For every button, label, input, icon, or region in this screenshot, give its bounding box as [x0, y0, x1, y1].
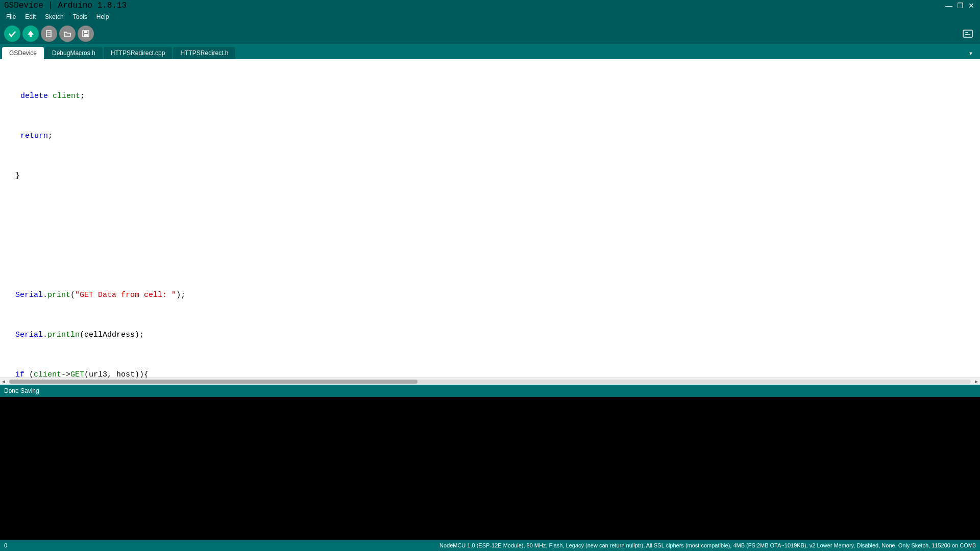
upload-button[interactable] — [22, 26, 39, 42]
minimize-button[interactable]: — — [944, 2, 953, 10]
menu-edit[interactable]: Edit — [21, 12, 40, 21]
scroll-left-button[interactable]: ◀ — [0, 378, 7, 385]
new-icon — [45, 30, 53, 38]
window-title: GSDevice | Arduino 1.8.13 — [4, 1, 127, 10]
new-tab-button[interactable]: ▾ — [964, 47, 978, 59]
scroll-right-button[interactable]: ▶ — [973, 378, 980, 385]
verify-button[interactable] — [4, 26, 20, 42]
close-button[interactable]: ✕ — [967, 2, 976, 10]
code-line-2: return; — [6, 130, 974, 143]
code-line-8: if (client->GET(url3, host)){ — [6, 368, 974, 378]
window-controls[interactable]: — ❐ ✕ — [944, 2, 976, 10]
tab-httpsredirect-h[interactable]: HTTPSRedirect.h — [173, 47, 235, 59]
open-icon — [63, 30, 71, 38]
svg-rect-2 — [46, 31, 51, 37]
code-content[interactable]: delete client; return; } Serial.print("G… — [0, 59, 980, 378]
code-line-6: Serial.print("GET Data from cell: "); — [6, 289, 974, 302]
serial-monitor-icon — [962, 28, 973, 39]
code-line-3: } — [6, 169, 974, 183]
title-bar: GSDevice | Arduino 1.8.13 — ❐ ✕ — [0, 0, 980, 11]
tab-debugmacros[interactable]: DebugMacros.h — [45, 47, 103, 59]
scrollbar-thumb[interactable] — [9, 380, 418, 384]
code-line-4 — [6, 209, 974, 222]
code-editor: delete client; return; } Serial.print("G… — [0, 59, 980, 385]
code-line-7: Serial.println(cellAddress); — [6, 329, 974, 342]
code-line-5 — [6, 249, 974, 262]
save-button[interactable] — [78, 26, 94, 42]
menu-tools[interactable]: Tools — [69, 12, 91, 21]
status-bar: Done Saving — [0, 385, 980, 397]
toolbar — [0, 22, 980, 45]
bottom-info-bar: 0 NodeMCU 1.0 (ESP-12E Module), 80 MHz, … — [0, 540, 980, 551]
maximize-button[interactable]: ❐ — [955, 2, 965, 10]
horizontal-scrollbar[interactable]: ◀ ▶ — [0, 378, 980, 385]
menu-help[interactable]: Help — [92, 12, 113, 21]
save-icon — [82, 30, 90, 38]
scrollbar-track[interactable] — [9, 380, 971, 384]
svg-rect-8 — [963, 30, 972, 37]
tab-bar: GSDevice DebugMacros.h HTTPSRedirect.cpp… — [0, 45, 980, 59]
verify-icon — [8, 30, 16, 38]
svg-rect-1 — [30, 35, 32, 37]
open-button[interactable] — [59, 26, 76, 42]
menu-file[interactable]: File — [2, 12, 20, 21]
svg-rect-7 — [84, 34, 88, 37]
serial-monitor-button[interactable] — [960, 26, 976, 42]
console-output — [0, 397, 980, 540]
svg-marker-0 — [28, 31, 34, 35]
upload-icon — [27, 30, 35, 38]
status-message: Done Saving — [4, 387, 39, 394]
tab-httpsredirect-cpp[interactable]: HTTPSRedirect.cpp — [104, 47, 173, 59]
tab-gsdevice[interactable]: GSDevice — [2, 47, 44, 59]
menu-sketch[interactable]: Sketch — [41, 12, 68, 21]
new-button[interactable] — [41, 26, 57, 42]
bottom-left-info: 0 — [4, 542, 7, 548]
menu-bar: File Edit Sketch Tools Help — [0, 11, 980, 22]
svg-rect-6 — [84, 31, 87, 33]
code-line-1: delete client; — [6, 90, 974, 103]
board-info: NodeMCU 1.0 (ESP-12E Module), 80 MHz, Fl… — [439, 542, 976, 548]
